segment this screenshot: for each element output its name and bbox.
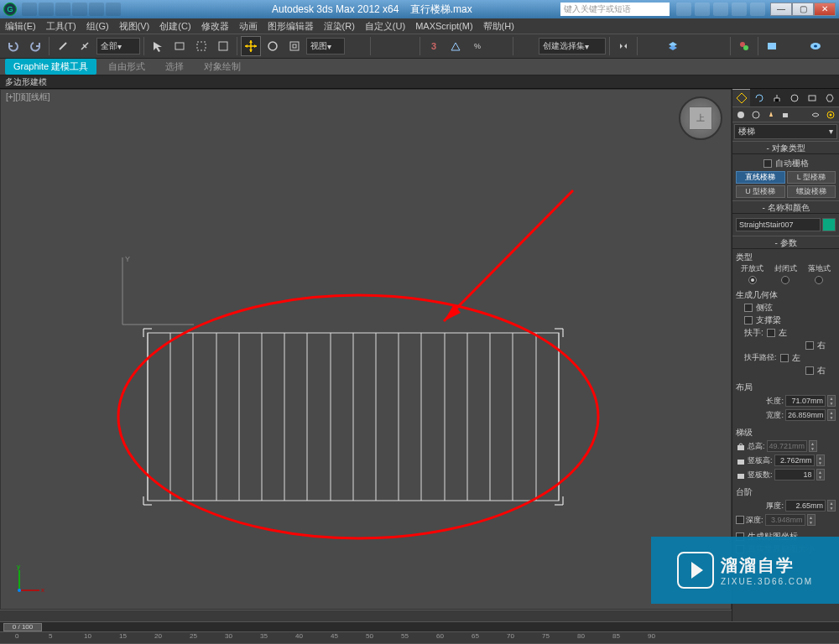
qat-btn[interactable] — [72, 3, 87, 16]
riserht-input[interactable]: 2.762mm — [774, 454, 815, 466]
move-button[interactable] — [241, 36, 261, 56]
motion-tab[interactable] — [786, 89, 804, 106]
track-ruler[interactable]: 0 5 10 15 20 25 30 35 40 45 50 55 60 65 … — [0, 631, 839, 643]
menu-item[interactable]: 修改器 — [201, 20, 229, 33]
rollout-name-color[interactable]: 名称和颜色 — [732, 200, 839, 214]
lock-overall-icon[interactable] — [736, 441, 746, 451]
handrail-right-checkbox[interactable] — [805, 341, 814, 350]
lights-icon[interactable] — [766, 110, 776, 120]
stringers-checkbox[interactable] — [744, 304, 753, 312]
favorite-icon[interactable] — [732, 3, 747, 16]
ribbon-panel-label[interactable]: 多边形建模 — [0, 75, 839, 89]
snap-button[interactable]: 3 — [424, 36, 444, 56]
systems-icon[interactable] — [826, 110, 836, 120]
qat-btn[interactable] — [89, 3, 104, 16]
rollout-object-type[interactable]: 对象类型 — [732, 141, 839, 154]
railpath-right-checkbox[interactable] — [805, 366, 814, 375]
scene-canvas[interactable]: Y — [1, 90, 714, 576]
rotate-button[interactable] — [263, 36, 283, 56]
type-u-stair[interactable]: U 型楼梯 — [736, 185, 785, 198]
align-button[interactable] — [641, 36, 661, 56]
riserct-input[interactable]: 18 — [774, 469, 815, 480]
railpath-left-checkbox[interactable] — [780, 354, 789, 362]
handrail-left-checkbox[interactable] — [767, 329, 775, 337]
display-tab[interactable] — [804, 89, 821, 106]
manipulate-button[interactable] — [374, 36, 394, 56]
category-dropdown[interactable]: 楼梯▾ — [734, 124, 837, 139]
scale-button[interactable] — [284, 36, 305, 56]
spacewarps-icon[interactable] — [810, 110, 821, 120]
lock-riserct-icon[interactable] — [736, 470, 746, 480]
ribbon-tab-freeform[interactable]: 自由形式 — [100, 59, 154, 75]
redo-button[interactable] — [25, 36, 45, 56]
curve-editor-button[interactable] — [685, 36, 705, 56]
width-spinner[interactable]: ▲▼ — [827, 409, 836, 421]
ref-coord-system[interactable]: 视图 ▾ — [306, 38, 345, 55]
riserct-spinner[interactable]: ▲▼ — [816, 469, 825, 480]
link-button[interactable] — [53, 36, 73, 56]
pivot-button[interactable] — [347, 36, 367, 56]
radio-closed[interactable] — [781, 276, 789, 284]
menu-item[interactable]: 视图(V) — [119, 20, 150, 33]
radio-open[interactable] — [748, 276, 757, 284]
ribbon-tab-graphite[interactable]: Graphite 建模工具 — [5, 59, 96, 75]
mirror-button[interactable] — [613, 36, 633, 56]
layer-button[interactable] — [663, 36, 683, 56]
menu-item[interactable]: 组(G) — [86, 20, 109, 33]
keyboard-shortcut-button[interactable] — [396, 36, 416, 56]
riserht-spinner[interactable]: ▲▼ — [816, 454, 825, 466]
type-straight-stair[interactable]: 直线楼梯 — [736, 171, 785, 184]
window-crossing-button[interactable] — [213, 36, 233, 56]
select-by-name-button[interactable] — [169, 36, 190, 56]
time-slider-thumb[interactable]: 0 / 100 — [3, 623, 42, 631]
hierarchy-tab[interactable] — [768, 89, 785, 106]
autogrid-checkbox[interactable] — [763, 159, 772, 168]
thickness-input[interactable]: 2.65mm — [785, 500, 826, 512]
carriage-checkbox[interactable] — [744, 316, 753, 325]
overall-spinner[interactable]: ▲▼ — [809, 440, 817, 452]
object-color-swatch[interactable] — [822, 218, 836, 231]
thickness-spinner[interactable]: ▲▼ — [827, 500, 836, 512]
material-editor-button[interactable] — [734, 36, 754, 56]
edit-named-sel-button[interactable] — [517, 36, 537, 56]
render-frame-button[interactable] — [784, 36, 804, 56]
search-icon[interactable] — [676, 3, 691, 16]
viewport[interactable]: [+][顶][线框] 上 Y — [0, 89, 732, 610]
named-selection-set[interactable]: 创建选择集 ▾ — [539, 38, 606, 55]
menu-item[interactable]: 工具(T) — [46, 20, 76, 33]
infocenter-icons[interactable] — [676, 3, 765, 16]
menu-item[interactable]: 帮助(H) — [483, 20, 514, 33]
depth-input[interactable]: 3.948mm — [765, 514, 805, 526]
ribbon-tab-selection[interactable]: 选择 — [157, 59, 192, 75]
helpers-icon[interactable] — [796, 110, 805, 120]
unlink-button[interactable] — [75, 36, 95, 56]
menu-item[interactable]: 创建(C) — [159, 20, 190, 33]
geometry-icon[interactable] — [736, 110, 746, 120]
selection-filter[interactable]: 全部 ▾ — [96, 38, 140, 55]
render-setup-button[interactable] — [762, 36, 782, 56]
lock-riserht-icon[interactable] — [736, 455, 746, 465]
menu-item[interactable]: 图形编辑器 — [268, 20, 314, 33]
shapes-icon[interactable] — [751, 110, 761, 120]
length-input[interactable]: 71.07mm — [785, 395, 826, 407]
qat-btn[interactable] — [55, 3, 70, 16]
create-tab[interactable] — [732, 89, 750, 106]
time-slider[interactable]: 0 / 100 — [0, 621, 839, 631]
render-button[interactable] — [805, 36, 826, 56]
cameras-icon[interactable] — [781, 110, 791, 120]
depth-checkbox[interactable] — [736, 516, 744, 524]
angle-snap-button[interactable] — [446, 36, 466, 56]
spinner-snap-button[interactable] — [489, 36, 509, 56]
select-button[interactable] — [148, 36, 168, 56]
utilities-tab[interactable] — [821, 89, 839, 106]
select-region-button[interactable] — [191, 36, 211, 56]
qat-btn[interactable] — [106, 3, 121, 16]
percent-snap-button[interactable]: % — [467, 36, 487, 56]
rollout-parameters[interactable]: 参数 — [732, 236, 839, 249]
length-spinner[interactable]: ▲▼ — [827, 395, 836, 407]
menu-item[interactable]: 动画 — [239, 20, 258, 33]
menu-item[interactable]: MAXScript(M) — [415, 21, 472, 31]
viewport-scrollbar-x[interactable] — [0, 610, 732, 621]
ribbon-tab-paint[interactable]: 对象绘制 — [195, 59, 249, 75]
depth-spinner[interactable]: ▲▼ — [807, 514, 816, 526]
